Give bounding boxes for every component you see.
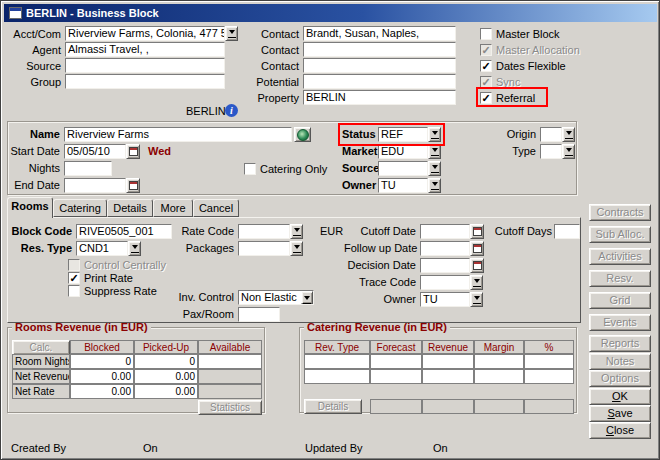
tab-cancel[interactable]: Cancel <box>193 199 239 217</box>
block-source-field[interactable] <box>378 161 428 176</box>
tab-catering[interactable]: Catering <box>53 199 107 217</box>
referral-checkbox[interactable]: ✓ <box>480 92 492 104</box>
options-button[interactable]: Options <box>590 371 650 386</box>
rate-code-field[interactable] <box>238 224 290 239</box>
contracts-button[interactable]: Contracts <box>590 205 650 220</box>
calc-button[interactable]: Calc. <box>30 342 53 353</box>
tab-more[interactable]: More <box>153 199 193 217</box>
dates-flexible-checkbox[interactable]: ✓ <box>480 60 492 72</box>
rooms-owner-lov-button[interactable] <box>470 292 483 307</box>
rooms-owner-field[interactable]: TU <box>420 292 470 307</box>
catering-cell[interactable] <box>524 369 574 384</box>
rate-code-lov-button[interactable] <box>290 224 303 239</box>
market-field[interactable]: EDU <box>378 144 428 159</box>
cell-room-nights-blocked[interactable]: 0 <box>70 354 134 369</box>
save-button[interactable]: Save <box>590 406 650 421</box>
acct-com-field[interactable]: Riverview Farms, Colonia, 477 550-3 <box>65 26 225 41</box>
follow-up-calendar-button[interactable] <box>470 241 484 256</box>
potential-field[interactable] <box>303 74 456 89</box>
cell-room-nights-available[interactable] <box>198 354 262 369</box>
titlebar[interactable]: BERLIN - Business Block <box>4 4 657 22</box>
catering-cell[interactable] <box>422 369 474 384</box>
type-field[interactable] <box>540 144 562 159</box>
catering-cell[interactable] <box>370 369 422 384</box>
catering-only-checkbox[interactable] <box>244 163 256 175</box>
sync-checkbox[interactable]: ✓ <box>480 76 492 88</box>
contact1-field[interactable]: Brandt, Susan, Naples, <box>303 26 456 41</box>
packages-field[interactable] <box>238 241 290 256</box>
status-field[interactable]: REF <box>378 127 428 142</box>
cell-net-revenue-blocked[interactable]: 0.00 <box>70 369 134 384</box>
block-source-lov-button[interactable] <box>428 161 441 176</box>
end-date-calendar-button[interactable] <box>126 178 140 193</box>
catering-cell[interactable] <box>304 354 370 369</box>
col-blocked: Blocked <box>70 340 134 354</box>
grid-button[interactable]: Grid <box>590 293 650 308</box>
resv-button[interactable]: Resv. <box>590 271 650 286</box>
start-date-calendar-button[interactable] <box>126 144 140 159</box>
property-field[interactable]: BERLIN <box>303 90 456 105</box>
notes-button[interactable]: Notes <box>590 354 650 369</box>
activities-button[interactable]: Activities <box>590 249 650 264</box>
print-rate-checkbox[interactable]: ✓ <box>68 272 80 284</box>
tab-rooms[interactable]: Rooms <box>7 197 53 218</box>
inv-control-arrow-button[interactable] <box>301 291 313 304</box>
block-code-field[interactable]: RIVE0505_001 <box>76 224 172 239</box>
follow-up-label: Follow up Date <box>344 242 416 255</box>
cell-net-rate-blocked[interactable]: 0.00 <box>70 384 134 399</box>
status-lov-button[interactable] <box>428 127 441 142</box>
group-field[interactable] <box>65 74 225 89</box>
contact2-field[interactable] <box>303 42 456 57</box>
close-button[interactable]: Close <box>590 423 650 438</box>
pax-room-field[interactable] <box>238 307 280 322</box>
cutoff-date-calendar-button[interactable] <box>470 224 484 239</box>
origin-field[interactable] <box>540 127 562 142</box>
master-block-checkbox[interactable] <box>480 28 492 40</box>
block-owner-lov-button[interactable] <box>428 178 441 193</box>
info-icon[interactable]: i <box>225 104 238 117</box>
catering-cell[interactable] <box>474 369 524 384</box>
control-centrally-checkbox[interactable] <box>68 259 80 271</box>
catering-cell[interactable] <box>370 354 422 369</box>
ok-button[interactable]: OK <box>590 389 650 404</box>
origin-lov-button[interactable] <box>562 127 575 142</box>
reports-button[interactable]: Reports <box>590 336 650 351</box>
catering-cell[interactable] <box>474 354 524 369</box>
catering-cell[interactable] <box>422 354 474 369</box>
source-field[interactable] <box>65 58 225 73</box>
catering-cell[interactable] <box>524 354 574 369</box>
end-date-field[interactable] <box>64 178 126 193</box>
suppress-rate-checkbox[interactable] <box>68 285 80 297</box>
decision-date-field[interactable] <box>420 258 470 273</box>
res-type-field[interactable]: CND1 <box>76 241 128 256</box>
trace-code-field[interactable] <box>420 275 470 290</box>
res-type-lov-button[interactable] <box>128 241 141 256</box>
cutoff-days-field[interactable] <box>554 224 580 239</box>
packages-lov-button[interactable] <box>290 241 303 256</box>
name-search-button[interactable] <box>294 127 311 142</box>
agent-field[interactable]: Almassi Travel, , <box>65 42 225 57</box>
cutoff-date-field[interactable] <box>420 224 470 239</box>
block-owner-field[interactable]: TU <box>378 178 428 193</box>
cell-net-rate-picked[interactable]: 0.00 <box>134 384 198 399</box>
cell-net-revenue-picked[interactable]: 0.00 <box>134 369 198 384</box>
details-button[interactable]: Details <box>318 401 349 412</box>
decision-date-calendar-button[interactable] <box>470 258 484 273</box>
created-by-label: Created By <box>11 442 66 455</box>
cell-room-nights-picked[interactable]: 0 <box>134 354 198 369</box>
acct-com-lov-button[interactable] <box>225 26 238 41</box>
type-lov-button[interactable] <box>562 144 575 159</box>
catering-cell[interactable] <box>304 369 370 384</box>
statistics-button[interactable]: Statistics <box>210 402 250 413</box>
nights-field[interactable] <box>64 161 112 176</box>
trace-code-lov-button[interactable] <box>470 275 483 290</box>
name-field[interactable]: Riverview Farms <box>64 127 292 142</box>
contact3-field[interactable] <box>303 58 456 73</box>
events-button[interactable]: Events <box>590 315 650 330</box>
master-allocation-checkbox[interactable]: ✓ <box>480 44 492 56</box>
start-date-field[interactable]: 05/05/10 <box>64 144 126 159</box>
market-lov-button[interactable] <box>428 144 441 159</box>
tab-details[interactable]: Details <box>107 199 153 217</box>
follow-up-field[interactable] <box>420 241 470 256</box>
sub-alloc-button[interactable]: Sub Alloc. <box>590 227 650 242</box>
